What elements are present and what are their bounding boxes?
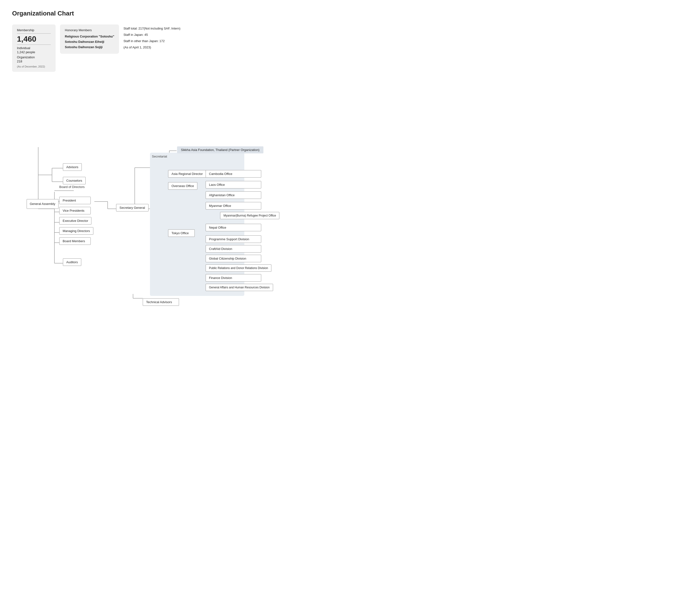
secretary-general-node: Secretary General bbox=[116, 204, 149, 211]
staff-line3: Staff in other than Japan: 172 bbox=[123, 38, 180, 44]
managing-directors-node: Managing Directors bbox=[59, 227, 93, 235]
tokyo-office-label: Tokyo Office bbox=[172, 231, 189, 235]
advisors-node: Advisors bbox=[63, 163, 82, 171]
asia-regional-director-node: Asia Regional Director bbox=[168, 170, 207, 178]
technical-advisors-node: Technical Advisors bbox=[143, 298, 179, 306]
nepal-office-node: Nepal Office bbox=[206, 224, 261, 231]
honorary-label: Honorary Members bbox=[65, 28, 114, 32]
staff-line4: (As of April 1, 2023) bbox=[123, 44, 180, 51]
individual-label: Individual bbox=[17, 46, 51, 50]
staff-line2: Staff in Japan: 45 bbox=[123, 32, 180, 38]
myanmar-refugee-node: Myanmar(Burma) Refugee Project Office bbox=[220, 212, 279, 219]
partner-org-label: Sikkha Asia Foundation, Thailand (Partne… bbox=[181, 148, 259, 152]
afghanistan-office-label: Afghanistan Office bbox=[209, 193, 234, 197]
tokyo-office-node: Tokyo Office bbox=[168, 229, 195, 237]
managing-directors-label: Managing Directors bbox=[62, 229, 90, 233]
org-count: 218 bbox=[17, 59, 51, 63]
finance-label: Finance Division bbox=[209, 276, 232, 280]
vice-presidents-node: Vice Presidents bbox=[59, 207, 91, 214]
board-members-node: Board Members bbox=[59, 238, 91, 245]
overseas-office-label: Overseas Office bbox=[172, 184, 194, 188]
secretariat-label: Secretariat bbox=[152, 155, 167, 158]
partner-org-node: Sikkha Asia Foundation, Thailand (Partne… bbox=[177, 146, 264, 153]
honorary-box: Honorary Members Religious Corporation "… bbox=[60, 24, 119, 54]
finance-node: Finance Division bbox=[206, 274, 261, 282]
membership-box: Membership 1,460 Individual 1,242 people… bbox=[12, 24, 56, 72]
org-chart: General Assembly Advisors Counselors Boa… bbox=[12, 80, 249, 308]
myanmar-office-label: Myanmar Office bbox=[209, 204, 231, 207]
advisors-label: Advisors bbox=[66, 165, 78, 169]
page-title: Organizational Chart bbox=[12, 10, 688, 17]
afghanistan-office-node: Afghanistan Office bbox=[206, 191, 261, 199]
membership-note: (As of December, 2022) bbox=[17, 65, 51, 68]
staff-line1: Staff total: 217(Not including SAF, Inte… bbox=[123, 25, 180, 32]
staff-info: Staff total: 217(Not including SAF, Inte… bbox=[123, 24, 180, 51]
cambodia-office-label: Cambodia Office bbox=[209, 172, 232, 176]
laos-office-label: Laos Office bbox=[209, 183, 225, 186]
secretariat-text: Secretariat bbox=[152, 155, 167, 158]
counselors-label: Counselors bbox=[66, 179, 82, 182]
laos-office-node: Laos Office bbox=[206, 181, 261, 189]
general-assembly-node: General Assembly bbox=[27, 199, 58, 209]
programme-support-node: Programme Support Division bbox=[206, 235, 261, 243]
auditors-label: Auditors bbox=[66, 260, 78, 264]
general-assembly-label: General Assembly bbox=[30, 202, 55, 206]
general-affairs-node: General Affairs and Human Resources Divi… bbox=[206, 284, 273, 291]
public-relations-node: Public Relations and Donor Relations Div… bbox=[206, 265, 271, 272]
overseas-office-node: Overseas Office bbox=[168, 182, 197, 190]
honorary-org3: Sotoshu Daihonzan Sojiji bbox=[65, 45, 114, 50]
craftaid-label: CraftAid Division bbox=[209, 247, 232, 251]
org-label: Organization bbox=[17, 55, 51, 59]
global-citizenship-label: Global Citizenship Division bbox=[209, 257, 246, 260]
cambodia-office-node: Cambodia Office bbox=[206, 170, 261, 178]
executive-director-label: Executive Director bbox=[62, 219, 88, 223]
honorary-org2: Sotoshu Daihonzan Eiheiji bbox=[65, 39, 114, 45]
individual-count: 1,242 people bbox=[17, 50, 51, 54]
general-affairs-label: General Affairs and Human Resources Divi… bbox=[209, 286, 270, 289]
craftaid-node: CraftAid Division bbox=[206, 245, 261, 253]
president-label: President bbox=[62, 199, 76, 202]
asia-regional-director-label: Asia Regional Director bbox=[172, 172, 203, 176]
top-info-section: Membership 1,460 Individual 1,242 people… bbox=[12, 24, 688, 72]
myanmar-refugee-label: Myanmar(Burma) Refugee Project Office bbox=[224, 214, 276, 217]
myanmar-office-node: Myanmar Office bbox=[206, 202, 261, 209]
board-of-directors-label: Board of Directors bbox=[59, 185, 85, 189]
board-members-label: Board Members bbox=[62, 239, 85, 243]
secretary-general-label: Secretary General bbox=[120, 206, 145, 209]
president-node: President bbox=[59, 197, 91, 204]
honorary-org1: Religious Corporation "Sotoshu" bbox=[65, 34, 114, 39]
vice-presidents-label: Vice Presidents bbox=[62, 209, 84, 212]
auditors-node: Auditors bbox=[63, 258, 81, 266]
membership-number: 1,460 bbox=[17, 33, 51, 45]
board-of-directors-text: Board of Directors bbox=[59, 185, 85, 189]
nepal-office-label: Nepal Office bbox=[209, 226, 226, 229]
technical-advisors-label: Technical Advisors bbox=[146, 300, 172, 304]
global-citizenship-node: Global Citizenship Division bbox=[206, 255, 261, 262]
programme-support-label: Programme Support Division bbox=[209, 238, 249, 241]
executive-director-node: Executive Director bbox=[59, 217, 92, 225]
public-relations-label: Public Relations and Donor Relations Div… bbox=[209, 266, 268, 270]
counselors-node: Counselors bbox=[63, 177, 85, 184]
membership-label: Membership bbox=[17, 28, 51, 32]
